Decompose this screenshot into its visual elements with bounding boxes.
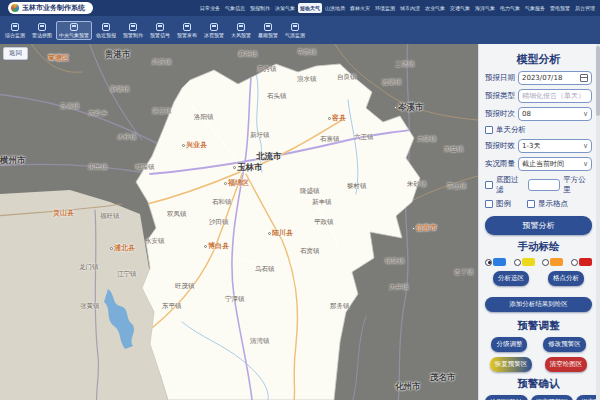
nav-item-14[interactable]: 雷电预警 — [548, 3, 572, 13]
map-label-town: 自良镇 — [337, 74, 357, 81]
map-label-town: 永安镇 — [145, 238, 165, 245]
tab-3[interactable]: 临近预报 — [93, 21, 119, 40]
drawing-area-confirm-button[interactable]: 绘图区确认 — [485, 395, 528, 400]
tab-icon — [38, 23, 46, 31]
forecast-type-row: 预报类型 — [485, 89, 592, 103]
nav-item-15[interactable]: 后台管理 — [573, 3, 597, 13]
tab-8[interactable]: 大风预警 — [228, 21, 254, 40]
app-logo: 玉林市业务制作系统 — [8, 2, 93, 14]
clear-drawing-area-button[interactable]: 清空绘图区 — [545, 357, 588, 372]
tab-1[interactable]: 雷达拼图 — [29, 21, 55, 40]
map-canvas[interactable]: 贵港市玉林市北流市岑溪市茂名市化州市横州市覃塘区兴业县容县福绵区陆川县博白县浦北… — [0, 44, 478, 400]
radio-icon[interactable] — [542, 259, 549, 266]
map-label-town: 大隆镇 — [417, 136, 437, 143]
legend-checkbox[interactable] — [485, 200, 493, 208]
nav-item-12[interactable]: 电力气象 — [498, 3, 522, 13]
forecast-type-field[interactable] — [518, 89, 592, 103]
area-input[interactable] — [528, 179, 561, 191]
tab-6[interactable]: 预警发布 — [174, 21, 200, 40]
radio-icon[interactable] — [571, 259, 578, 266]
tab-0[interactable]: 综合监测 — [2, 21, 28, 40]
map-label-town: 镇隆镇 — [385, 258, 405, 265]
calendar-icon[interactable] — [580, 74, 588, 82]
app-window: 玉林市业务制作系统 日常业务气象信息预报制作决策气象短临天气山洪地质森林火灾环境… — [0, 0, 600, 400]
forecast-time-select[interactable]: 08 ∨ — [518, 107, 592, 121]
grid-checkbox[interactable] — [527, 200, 535, 208]
level-adjust-button[interactable]: 分级调整 — [491, 337, 527, 352]
submit-warning-area-button[interactable]: 提交预警区 — [531, 395, 574, 400]
map-label-town: 沙田镇 — [209, 219, 229, 226]
nav-item-11[interactable]: 海洋气象 — [473, 3, 497, 13]
tab-10[interactable]: 气温监测 — [282, 21, 308, 40]
forecast-date-field[interactable]: 2023/07/18 — [518, 71, 592, 85]
restore-warning-area-button[interactable]: 恢复预警区 — [490, 357, 533, 372]
nav-item-8[interactable]: 城市内涝 — [398, 3, 422, 13]
forecast-time-label: 预报时次 — [485, 109, 518, 119]
analyze-selection-button[interactable]: 分析选区 — [493, 271, 529, 286]
map-label-city: 茂名市 — [430, 373, 456, 382]
nav-item-13[interactable]: 气象服务 — [523, 3, 547, 13]
tab-icon — [210, 23, 218, 31]
nav-item-6[interactable]: 森林火灾 — [348, 3, 372, 13]
back-button[interactable]: 返回 — [3, 47, 28, 60]
map-label-town: 武乐镇 — [152, 59, 172, 66]
color-swatch — [493, 258, 506, 266]
nav-item-2[interactable]: 预报制作 — [248, 3, 272, 13]
place-marker-icon — [328, 117, 331, 120]
single-day-label: 单天分析 — [496, 125, 526, 135]
nav-item-0[interactable]: 日常业务 — [198, 3, 222, 13]
modify-warning-area-button[interactable]: 修改预警区 — [543, 337, 586, 352]
color-radio-2[interactable] — [542, 258, 563, 266]
rainfall-select[interactable]: 截止当前时间 ∨ — [518, 157, 592, 171]
nav-item-5[interactable]: 山洪地质 — [323, 3, 347, 13]
radio-icon[interactable] — [485, 259, 492, 266]
rainfall-label: 实况雨量 — [485, 159, 518, 169]
map-label-town: 罗秀镇 — [257, 66, 277, 73]
color-radio-3[interactable] — [571, 258, 592, 266]
warning-analysis-button[interactable]: 预警分析 — [485, 216, 592, 235]
grid-analysis-button[interactable]: 格点分析 — [548, 271, 584, 286]
tab-2[interactable]: 中央气象预警 — [56, 21, 92, 40]
single-day-checkbox[interactable] — [485, 126, 493, 134]
map-label-town: 麻垌镇 — [238, 51, 258, 58]
tab-label: 临近预报 — [96, 32, 116, 38]
tab-4[interactable]: 预警制作 — [120, 21, 146, 40]
map-label-town: 大岭乡 — [88, 110, 108, 117]
area-unit-label: 平方公里 — [563, 175, 592, 195]
tab-label: 预警制作 — [123, 32, 143, 38]
tab-icon — [291, 23, 299, 31]
forecast-type-label: 预报类型 — [485, 91, 518, 101]
color-radio-1[interactable] — [514, 258, 535, 266]
tab-label: 综合监测 — [5, 32, 25, 38]
tab-9[interactable]: 暴雨预警 — [255, 21, 281, 40]
nav-item-10[interactable]: 交通气象 — [448, 3, 472, 13]
tab-label: 气温监测 — [285, 32, 305, 38]
basemap-filter-row: 底图过滤 平方公里 — [485, 175, 592, 195]
basemap-filter-checkbox[interactable] — [485, 181, 493, 189]
validity-select[interactable]: 1-3天 ∨ — [518, 139, 592, 153]
place-marker-icon — [394, 106, 397, 109]
radio-icon[interactable] — [514, 259, 521, 266]
nav-item-7[interactable]: 环境监测 — [373, 3, 397, 13]
map-label-town: 龙门镇 — [79, 264, 99, 271]
add-result-button[interactable]: 添加分析结果到绘区 — [485, 297, 592, 312]
tab-label: 大风预警 — [231, 32, 251, 38]
scrollbar-thumb[interactable] — [596, 46, 600, 116]
tab-7[interactable]: 冰雹预警 — [201, 21, 227, 40]
color-radio-0[interactable] — [485, 258, 506, 266]
place-marker-icon — [412, 227, 415, 230]
nav-item-1[interactable]: 气象信息 — [223, 3, 247, 13]
tab-5[interactable]: 预警信号 — [147, 21, 173, 40]
nav-item-9[interactable]: 农业气象 — [423, 3, 447, 13]
nav-item-3[interactable]: 决策气象 — [273, 3, 297, 13]
map-label-town: 三堡镇 — [395, 61, 415, 68]
nav-item-4[interactable]: 短临天气 — [298, 3, 322, 13]
panel-title: 模型分析 — [485, 52, 592, 67]
forecast-date-row: 预报日期 2023/07/18 — [485, 71, 592, 85]
map-label-town: 石和镇 — [212, 199, 232, 206]
sidebar-scrollbar[interactable] — [596, 44, 600, 400]
forecast-type-input[interactable] — [522, 92, 588, 100]
map-label-town: 新塘镇 — [110, 86, 130, 93]
validity-value: 1-3天 — [522, 141, 583, 151]
forecast-date-label: 预报日期 — [485, 73, 518, 83]
